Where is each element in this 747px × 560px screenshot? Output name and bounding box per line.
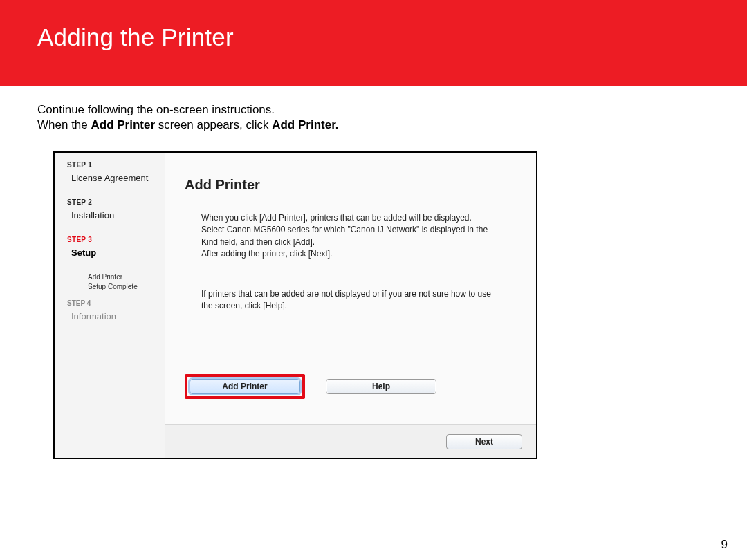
step3-substeps: Add Printer Setup Complete bbox=[88, 273, 165, 290]
instruction-bold-1: Add Printer bbox=[91, 118, 156, 131]
panel-title: Add Printer bbox=[185, 177, 517, 193]
step3-sub: Setup bbox=[71, 248, 165, 258]
installer-screenshot: STEP 1 License Agreement STEP 2 Installa… bbox=[53, 151, 537, 459]
add-printer-button[interactable]: Add Printer bbox=[190, 379, 300, 394]
help-button[interactable]: Help bbox=[326, 379, 436, 394]
wizard-main-panel: Add Printer When you click [Add Printer]… bbox=[165, 153, 536, 458]
page-number: 9 bbox=[721, 538, 728, 552]
panel-button-row: Add Printer Help bbox=[185, 374, 436, 399]
step4-sub: Information bbox=[71, 311, 165, 321]
instruction-bold-2: Add Printer. bbox=[272, 118, 338, 131]
next-button[interactable]: Next bbox=[446, 434, 522, 449]
step1-label: STEP 1 bbox=[67, 161, 165, 169]
substep-setup-complete: Setup Complete bbox=[88, 283, 165, 290]
step4-label: STEP 4 bbox=[67, 299, 165, 307]
step1-sub: License Agreement bbox=[71, 173, 165, 183]
step2-label: STEP 2 bbox=[67, 198, 165, 206]
instruction-line2-pre: When the bbox=[37, 118, 91, 131]
panel-paragraph-2: If printers that can be added are not di… bbox=[201, 288, 492, 312]
instruction-text: Continue following the on-screen instruc… bbox=[37, 102, 339, 133]
header-banner: Adding the Printer bbox=[0, 0, 747, 86]
step3-label: STEP 3 bbox=[67, 236, 165, 243]
panel-paragraph-1: When you click [Add Printer], printers t… bbox=[201, 212, 492, 261]
sidebar-divider bbox=[67, 295, 149, 295]
substep-add-printer: Add Printer bbox=[88, 273, 165, 281]
instruction-line2-mid: screen appears, click bbox=[155, 118, 272, 131]
instruction-line1: Continue following the on-screen instruc… bbox=[37, 103, 275, 116]
step2-sub: Installation bbox=[71, 210, 165, 221]
wizard-sidebar: STEP 1 License Agreement STEP 2 Installa… bbox=[55, 153, 165, 458]
add-printer-highlight: Add Printer bbox=[185, 374, 305, 399]
wizard-footer: Next bbox=[165, 424, 536, 458]
page-title: Adding the Printer bbox=[0, 0, 747, 51]
